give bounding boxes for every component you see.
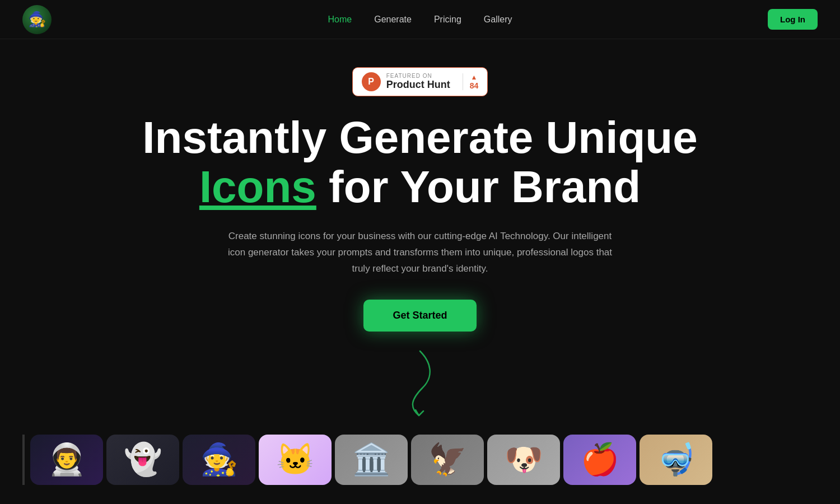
- hero-section: P FEATURED ON Product Hunt ▲ 84 Instantl…: [0, 39, 840, 429]
- hero-title-highlight: Icons: [199, 162, 316, 212]
- gallery-icon-wizard: 🧙: [183, 435, 255, 485]
- icons-gallery: 👨‍🚀 👻 🧙 🐱 🏛️ 🦅 🐶 🍎 🤿: [0, 435, 840, 485]
- nav-item-generate[interactable]: Generate: [374, 15, 412, 25]
- logo[interactable]: 🧙: [22, 5, 52, 34]
- product-hunt-text: FEATURED ON Product Hunt: [386, 73, 450, 91]
- gallery-icon-ghost: 👻: [106, 435, 179, 485]
- hero-title-part1: Instantly Generate Unique: [142, 113, 697, 162]
- nav-links: Home Generate Pricing Gallery: [328, 15, 512, 25]
- hero-title: Instantly Generate Unique Icons for Your…: [112, 113, 728, 212]
- get-started-button[interactable]: Get Started: [363, 300, 476, 332]
- gallery-icon-apple: 🍎: [563, 435, 636, 485]
- gallery-icon-cat: 🐱: [259, 435, 332, 485]
- eagle-icon: 🦅: [428, 441, 467, 478]
- ghost-icon: 👻: [124, 441, 162, 478]
- hero-subtitle: Create stunning icons for your business …: [224, 228, 616, 277]
- building-icon: 🏛️: [352, 441, 391, 478]
- product-hunt-triangle: ▲: [471, 73, 478, 81]
- nav-link-generate[interactable]: Generate: [374, 15, 412, 24]
- nav-link-gallery[interactable]: Gallery: [484, 15, 512, 24]
- gallery-icon-astronaut: 👨‍🚀: [30, 435, 103, 485]
- gallery-icon-diver: 🤿: [640, 435, 712, 485]
- nav-link-home[interactable]: Home: [328, 15, 352, 24]
- gallery-icon-eagle: 🦅: [411, 435, 484, 485]
- product-hunt-name: Product Hunt: [386, 79, 450, 91]
- cat-icon: 🐱: [276, 441, 315, 478]
- product-hunt-logo: P: [362, 72, 381, 91]
- nav-item-pricing[interactable]: Pricing: [434, 15, 461, 25]
- nav-link-pricing[interactable]: Pricing: [434, 15, 461, 24]
- product-hunt-badge[interactable]: P FEATURED ON Product Hunt ▲ 84: [352, 67, 488, 96]
- wizard-icon: 🧙: [200, 441, 239, 478]
- login-button[interactable]: Log In: [768, 9, 818, 30]
- nav-item-gallery[interactable]: Gallery: [484, 15, 512, 25]
- gallery-separator: [22, 435, 25, 485]
- diver-icon: 🤿: [657, 441, 696, 478]
- gallery-icon-building: 🏛️: [335, 435, 408, 485]
- curly-arrow-decoration: [403, 348, 437, 423]
- logo-icon: 🧙: [22, 5, 52, 34]
- nav-item-home[interactable]: Home: [328, 15, 352, 25]
- apple-icon: 🍎: [581, 441, 619, 478]
- gallery-icon-dog: 🐶: [487, 435, 560, 485]
- product-hunt-featured-label: FEATURED ON: [386, 73, 432, 79]
- product-hunt-score-value: 84: [470, 81, 479, 90]
- navbar: 🧙 Home Generate Pricing Gallery Log In: [0, 0, 840, 39]
- product-hunt-score: ▲ 84: [463, 73, 479, 90]
- hero-title-part2: for Your Brand: [316, 162, 641, 212]
- astronaut-icon: 👨‍🚀: [48, 441, 86, 478]
- dog-icon: 🐶: [505, 441, 543, 478]
